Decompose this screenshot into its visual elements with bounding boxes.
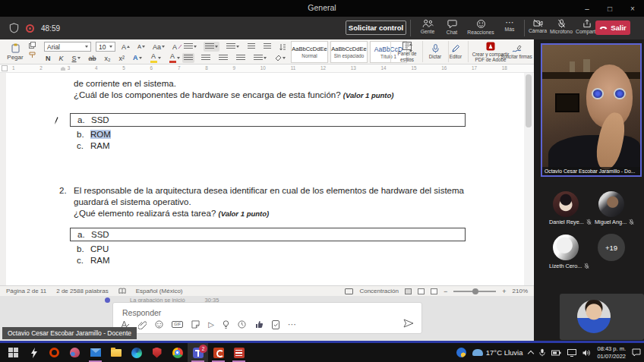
taskbar-office-app[interactable] xyxy=(44,343,65,362)
mic-off-button[interactable]: Micrófono xyxy=(548,19,574,34)
request-signatures-button[interactable]: Solicitar firmas xyxy=(500,41,533,63)
document-page[interactable]: de corriente en el sistema. ¿Cuál de los… xyxy=(0,73,534,285)
avatar[interactable] xyxy=(553,191,579,217)
zoom-out-button[interactable]: − xyxy=(444,288,447,295)
reactions-button[interactable]: Reacciones xyxy=(463,19,498,35)
option-box-q1-a[interactable]: a. SSD xyxy=(70,113,466,127)
word-count[interactable]: 2 de 2588 palabras xyxy=(56,288,109,294)
style-pane-button[interactable]: Panel de estilos xyxy=(393,41,421,63)
zoom-slider[interactable] xyxy=(453,291,496,292)
tray-display-icon[interactable] xyxy=(567,349,576,357)
attach-icon[interactable] xyxy=(138,320,147,329)
horizontal-ruler[interactable]: 123456789101112131415161718 xyxy=(0,65,534,73)
spellcheck-icon[interactable] xyxy=(118,288,126,294)
more-button[interactable]: ⋯ Más xyxy=(498,19,521,35)
avatar[interactable] xyxy=(553,235,579,260)
paste-button[interactable]: Pegar xyxy=(3,41,27,63)
page-indicator[interactable]: Página 2 de 11 xyxy=(6,288,46,294)
font-color-button[interactable]: A xyxy=(168,53,182,63)
align-right-button[interactable] xyxy=(217,53,229,63)
camera-off-button[interactable]: Cámara xyxy=(527,19,548,34)
tray-volume-icon[interactable] xyxy=(582,349,591,357)
tray-expand-icon[interactable] xyxy=(528,351,534,357)
weather-widget[interactable]: 17°C Lluvia xyxy=(472,348,523,357)
align-left-button[interactable] xyxy=(182,53,194,63)
start-button[interactable] xyxy=(3,343,24,362)
taskbar-lightning-app[interactable] xyxy=(24,343,44,362)
maximize-button[interactable]: □ xyxy=(598,0,621,17)
align-center-button[interactable] xyxy=(200,53,212,63)
zoom-level[interactable]: 210% xyxy=(513,288,528,294)
bold-button[interactable]: N xyxy=(44,53,52,63)
numbered-list-button[interactable] xyxy=(204,42,219,52)
taskbar-teams[interactable]: 2 xyxy=(188,343,208,362)
shrink-font-button[interactable]: A xyxy=(136,42,147,52)
leave-button[interactable]: Salir xyxy=(595,20,630,35)
reply-compose-box[interactable]: Responder GIF ▷ ⋯ xyxy=(112,302,422,334)
decrease-indent-button[interactable] xyxy=(246,42,257,52)
scrollbar-thumb[interactable] xyxy=(526,74,532,127)
minimize-button[interactable]: – xyxy=(576,0,598,17)
self-video-tile[interactable] xyxy=(560,294,644,340)
taskbar-powerpoint[interactable] xyxy=(208,343,229,362)
tray-battery-icon[interactable] xyxy=(551,350,561,356)
reply-input[interactable]: Responder xyxy=(122,308,161,317)
taskbar-mail-app[interactable] xyxy=(85,343,106,362)
taskbar-file-explorer[interactable] xyxy=(106,343,126,362)
send-icon[interactable] xyxy=(403,319,414,328)
print-layout-button[interactable] xyxy=(418,288,425,294)
option-box-q2-a[interactable]: a. SSD xyxy=(70,228,466,241)
change-case-button[interactable]: Aa xyxy=(151,42,166,52)
vertical-scrollbar[interactable] xyxy=(524,73,533,285)
line-spacing-button[interactable] xyxy=(252,53,268,63)
zoom-slider-knob[interactable] xyxy=(472,288,478,294)
language-indicator[interactable]: Español (México) xyxy=(136,288,183,294)
overflow-participants-badge[interactable]: +19 xyxy=(598,234,625,261)
main-video-tile[interactable]: Octavio Cesar Escobar Jaramillo - Do... xyxy=(541,43,642,177)
bullet-list-button[interactable] xyxy=(182,42,198,52)
option-q2-b[interactable]: b. CPU xyxy=(77,244,109,253)
font-name-select[interactable]: Arial xyxy=(44,42,91,52)
copy-icon[interactable] xyxy=(29,42,36,49)
tray-mic-icon[interactable] xyxy=(539,348,545,357)
request-control-button[interactable]: Solicitar control xyxy=(346,20,406,35)
sort-button[interactable] xyxy=(278,42,288,52)
increase-indent-button[interactable] xyxy=(262,42,273,52)
style-normal[interactable]: AaBbCcDdEe Normal xyxy=(291,41,328,63)
subscript-button[interactable]: x₂ xyxy=(103,53,112,63)
shading-button[interactable] xyxy=(273,53,287,63)
gif-icon[interactable]: GIF xyxy=(172,321,183,329)
taskbar-voicemeeter[interactable] xyxy=(229,343,249,362)
option-q1-b[interactable]: b. ROM xyxy=(77,130,111,139)
taskbar-antivirus[interactable] xyxy=(147,343,167,362)
avatar[interactable] xyxy=(598,191,624,217)
multilevel-list-button[interactable] xyxy=(225,42,241,52)
more-options-icon[interactable]: ⋯ xyxy=(288,320,296,329)
highlight-color-button[interactable]: A xyxy=(149,53,163,63)
notification-center-icon[interactable] xyxy=(632,348,641,357)
praise-icon[interactable] xyxy=(254,320,264,329)
scheduled-send-icon[interactable] xyxy=(238,320,246,329)
web-layout-button[interactable] xyxy=(431,288,437,294)
format-painter-icon[interactable] xyxy=(29,52,36,58)
option-q1-c[interactable]: c. RAM xyxy=(77,141,110,150)
zoom-in-button[interactable]: + xyxy=(502,288,506,295)
style-no-spacing[interactable]: AaBbCcDdEe Sin espaciado xyxy=(330,41,368,63)
superscript-button[interactable]: x² xyxy=(118,53,127,63)
editor-button[interactable]: Editor xyxy=(444,41,468,63)
grow-font-button[interactable]: A xyxy=(120,42,131,52)
close-button[interactable]: × xyxy=(621,0,644,17)
text-effects-button[interactable]: A xyxy=(131,53,144,63)
justify-button[interactable] xyxy=(235,53,247,63)
tray-update-icon[interactable] xyxy=(456,348,466,357)
people-button[interactable]: Gente xyxy=(415,19,440,35)
taskbar-edge[interactable] xyxy=(126,343,147,362)
font-size-select[interactable]: 10 xyxy=(96,42,115,52)
taskbar-chrome[interactable] xyxy=(167,343,188,362)
chat-button[interactable]: Chat xyxy=(440,19,463,35)
focus-mode-button[interactable]: Concentración xyxy=(359,288,399,294)
italic-button[interactable]: K xyxy=(58,53,65,63)
tab-selector[interactable] xyxy=(2,65,8,71)
underline-button[interactable]: S xyxy=(71,53,82,63)
lightbulb-icon[interactable] xyxy=(223,320,229,329)
